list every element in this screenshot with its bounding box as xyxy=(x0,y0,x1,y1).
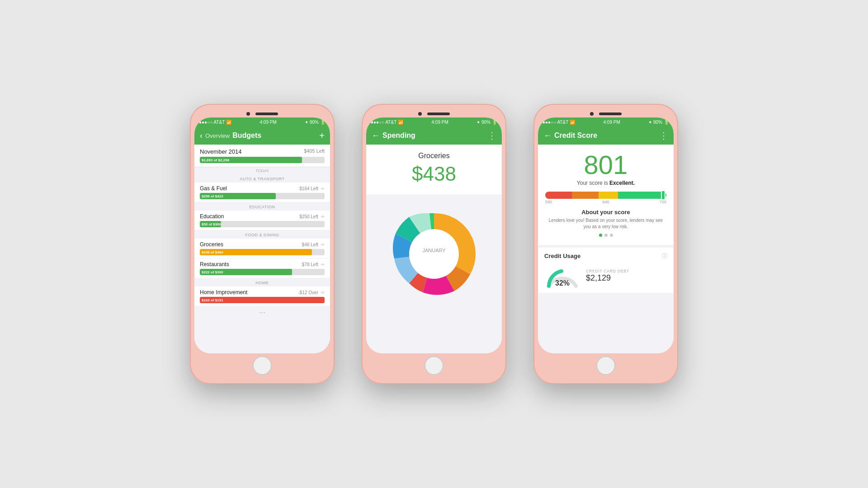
about-text: Lenders love you! Based on your score, l… xyxy=(545,217,666,230)
tick-640: 640 xyxy=(602,200,609,204)
back-icon-2[interactable]: ← xyxy=(372,131,380,141)
battery-icon-2: 🔋 xyxy=(492,120,497,125)
budget-home-improvement[interactable]: Home Improvement -$12 Over ✏ $163 of $15… xyxy=(194,286,330,306)
budgets-content: November 2014 $405 Left $1,893 of $2,298… xyxy=(194,145,330,353)
gas-progress-bar: $259 of $423 xyxy=(200,193,325,199)
back-icon-3[interactable]: ← xyxy=(543,131,552,141)
nav-bar-budgets: ‹ Overview Budgets + xyxy=(194,127,330,145)
edu-fill: $50 of $300 xyxy=(200,221,221,227)
about-score: About your score Lenders love you! Based… xyxy=(545,207,666,237)
phone-credit: ●●●○○ AT&T 📶 4:09 PM ✦ 90% 🔋 ← Credit Sc… xyxy=(533,104,678,384)
gas-edit-icon[interactable]: ✏ xyxy=(321,186,325,191)
main-progress-label: $1,893 of $2,298 xyxy=(202,158,229,162)
groceries-fill-label: $438 of $484 xyxy=(202,250,223,254)
edu-left: $250 Left xyxy=(299,214,318,219)
budget-education[interactable]: Education $250 Left ✏ $50 of $300 xyxy=(194,211,330,230)
menu-button-2[interactable]: ⋮ xyxy=(487,130,496,141)
info-icon[interactable]: ⓘ xyxy=(662,252,667,260)
front-camera xyxy=(246,112,250,116)
phone-budgets: ●●●○○ AT&T 📶 4:09 PM ✦ 90% 🔋 ‹ Overview … xyxy=(190,104,335,384)
edu-fill-label: $50 of $300 xyxy=(202,222,221,226)
time-label-2: 4:09 PM xyxy=(431,120,448,125)
credit-usage-section: Credit Usage ⓘ 32% xyxy=(538,248,674,293)
home-fill: $163 of $151 xyxy=(200,297,325,303)
nav-bar-spending: ← Spending ⋮ xyxy=(366,127,502,145)
pagination-dots xyxy=(545,234,666,237)
home-button-3[interactable] xyxy=(596,356,615,375)
status-bar-3: ●●●○○ AT&T 📶 4:09 PM ✦ 90% 🔋 xyxy=(538,117,674,127)
home-button-1[interactable] xyxy=(253,356,272,375)
score-bar-container: 590 640 720 xyxy=(545,192,666,205)
spending-header: Groceries $438 xyxy=(366,145,502,194)
battery-label-3: 90% xyxy=(653,120,662,125)
credit-card-debt-label: CREDIT CARD DEBT xyxy=(586,269,629,273)
phone-spending: ●●●○○ AT&T 📶 4:09 PM ✦ 90% 🔋 ← Spending … xyxy=(362,104,506,384)
gas-left: $164 Left xyxy=(299,186,318,191)
spending-donut-chart: JANUARY xyxy=(384,204,484,304)
groceries-title: Groceries xyxy=(200,241,223,248)
time-label: 4:09 PM xyxy=(259,120,276,125)
gauge-percent-label: 32% xyxy=(555,279,570,287)
restaurants-progress-bar: $222 of $300 xyxy=(200,269,325,275)
dot-1 xyxy=(599,234,602,237)
section-education: EDUCATION xyxy=(194,202,330,211)
score-label-pre: Your score is xyxy=(577,180,609,186)
spending-content: Groceries $438 xyxy=(366,145,502,353)
edu-title: Education xyxy=(200,213,224,220)
front-camera-3 xyxy=(590,112,594,116)
menu-button-3[interactable]: ⋮ xyxy=(659,130,668,141)
add-button[interactable]: + xyxy=(319,131,325,141)
carrier-label: ●●●○○ AT&T xyxy=(199,120,225,125)
home-button-2[interactable] xyxy=(425,356,443,375)
page-title-spending: Spending xyxy=(382,131,485,140)
bluetooth-icon: ✦ xyxy=(305,120,308,125)
tick-590: 590 xyxy=(545,200,552,204)
about-title: About your score xyxy=(545,209,666,216)
section-auto: AUTO & TRANSPORT xyxy=(194,174,330,183)
carrier-label-2: ●●●○○ AT&T xyxy=(371,120,396,125)
spending-amount-label: $438 xyxy=(372,163,496,185)
carrier-label-3: ●●●○○ AT&T xyxy=(542,120,568,125)
section-home: HOME xyxy=(194,278,330,286)
dot-2 xyxy=(604,234,608,237)
restaurants-edit-icon[interactable]: ✏ xyxy=(321,262,325,267)
restaurants-fill: $222 of $300 xyxy=(200,269,292,275)
credit-gauge: 32% xyxy=(544,263,580,288)
wifi-icon-2: 📶 xyxy=(398,120,403,125)
page-title-credit: Credit Score xyxy=(554,131,656,140)
score-ticks: 590 640 720 xyxy=(545,199,666,205)
restaurants-fill-label: $222 of $300 xyxy=(202,270,223,274)
score-bar xyxy=(545,192,666,199)
back-icon[interactable]: ‹ xyxy=(200,131,203,141)
status-bar-2: ●●●○○ AT&T 📶 4:09 PM ✦ 90% 🔋 xyxy=(366,117,502,127)
groceries-progress-bar: $438 of $484 xyxy=(200,249,325,255)
edu-edit-icon[interactable]: ✏ xyxy=(321,214,325,219)
front-camera-2 xyxy=(418,112,422,116)
section-food: FOOD & DINING xyxy=(194,230,330,239)
wifi-icon: 📶 xyxy=(226,120,231,125)
home-fill-label: $163 of $151 xyxy=(202,298,223,302)
dot-3 xyxy=(610,234,613,237)
donut-chart-area: JANUARY xyxy=(366,195,502,313)
main-budget-right: $405 Left xyxy=(304,148,325,155)
back-label[interactable]: Overview xyxy=(205,132,230,139)
main-progress-fill: $1,893 of $2,298 xyxy=(200,157,302,163)
score-marker xyxy=(661,190,665,200)
time-label-3: 4:09 PM xyxy=(603,120,620,125)
score-label-strong: Excellent. xyxy=(609,180,635,186)
credit-usage-header: Credit Usage ⓘ xyxy=(544,252,667,260)
tick-720: 720 xyxy=(660,200,666,204)
budget-gas[interactable]: Gas & Fuel $164 Left ✏ $259 of $423 xyxy=(194,183,330,202)
credit-score-section: 801 Your score is Excellent. 590 640 720 xyxy=(538,145,674,245)
credit-card-debt-value: $2,129 xyxy=(586,273,629,283)
groceries-edit-icon[interactable]: ✏ xyxy=(321,242,325,247)
budget-groceries[interactable]: Groceries $46 Left ✏ $438 of $484 xyxy=(194,239,330,258)
credit-usage-title: Credit Usage xyxy=(544,253,580,259)
spending-category-label: Groceries xyxy=(372,152,496,160)
donut-center-label: JANUARY xyxy=(422,248,446,253)
edu-progress-bar: $50 of $300 xyxy=(200,221,325,227)
budget-restaurants[interactable]: Restaurants $78 Left ✏ $222 of $300 xyxy=(194,258,330,278)
wifi-icon-3: 📶 xyxy=(570,120,575,125)
home-edit-icon[interactable]: ✏ xyxy=(321,290,325,295)
gas-fill-label: $259 of $423 xyxy=(202,194,223,198)
